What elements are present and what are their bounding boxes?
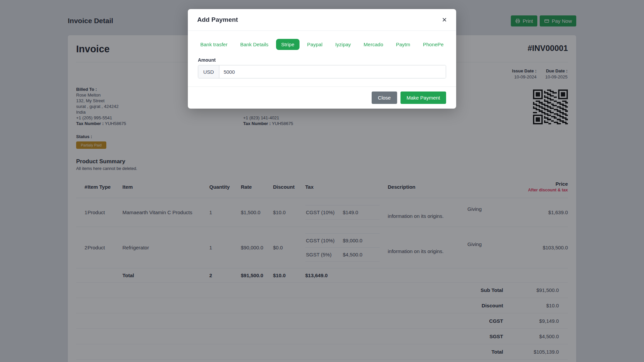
close-icon[interactable]: × [442, 16, 447, 24]
tab-iyzipay[interactable]: Iyzipay [330, 39, 356, 50]
tab-bank-transfer[interactable]: Bank trasfer [195, 39, 232, 50]
modal-title: Add Payment [197, 16, 238, 23]
make-payment-button[interactable]: Make Payment [400, 92, 446, 104]
payment-method-tabs: Bank trasfer Bank Details Stripe Paypal … [188, 31, 456, 50]
tab-stripe[interactable]: Stripe [276, 39, 299, 50]
amount-label: Amount [198, 57, 446, 63]
amount-input[interactable] [219, 65, 446, 78]
close-button[interactable]: Close [372, 92, 397, 104]
amount-input-group: USD [198, 65, 446, 78]
add-payment-modal: Add Payment × Bank trasfer Bank Details … [188, 9, 456, 109]
currency-prefix: USD [198, 65, 219, 78]
tab-paytm[interactable]: Paytm [391, 39, 415, 50]
tab-mercado[interactable]: Mercado [359, 39, 388, 50]
tab-phonepe[interactable]: PhonePe [418, 39, 449, 50]
tab-paypal[interactable]: Paypal [302, 39, 328, 50]
tab-bank-details[interactable]: Bank Details [235, 39, 273, 50]
